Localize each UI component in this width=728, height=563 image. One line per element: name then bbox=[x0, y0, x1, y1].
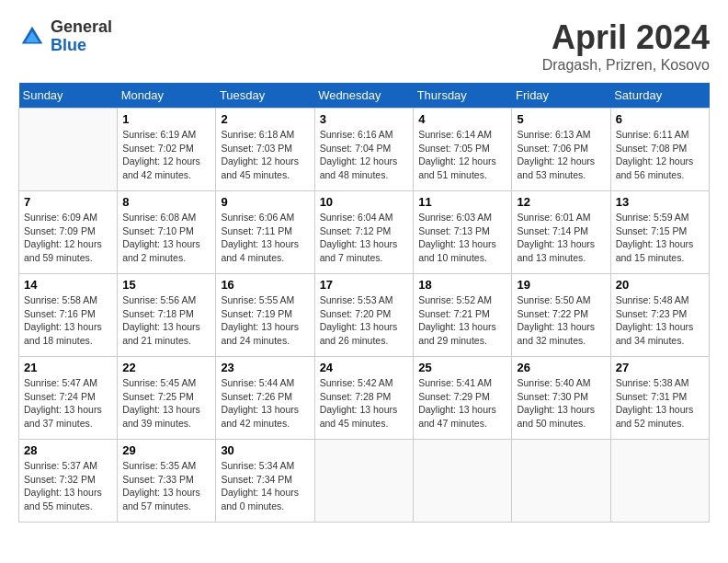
day-number: 16 bbox=[221, 278, 309, 292]
day-info: Sunrise: 5:55 AMSunset: 7:19 PMDaylight:… bbox=[221, 293, 309, 348]
day-number: 18 bbox=[418, 278, 506, 292]
day-number: 30 bbox=[221, 443, 309, 457]
day-number: 1 bbox=[122, 112, 210, 126]
day-number: 3 bbox=[320, 112, 409, 126]
day-info: Sunrise: 6:09 AMSunset: 7:09 PMDaylight:… bbox=[24, 211, 112, 265]
day-info: Sunrise: 6:19 AMSunset: 7:02 PMDaylight:… bbox=[122, 128, 210, 182]
weekday-header-saturday: Saturday bbox=[610, 83, 709, 109]
day-info: Sunrise: 5:45 AMSunset: 7:25 PMDaylight:… bbox=[122, 376, 210, 431]
day-info: Sunrise: 6:14 AMSunset: 7:05 PMDaylight:… bbox=[418, 128, 506, 182]
day-number: 8 bbox=[122, 195, 210, 209]
logo-general: General bbox=[51, 18, 112, 37]
day-info: Sunrise: 5:47 AMSunset: 7:24 PMDaylight:… bbox=[24, 376, 112, 431]
day-number: 7 bbox=[24, 195, 112, 209]
weekday-header-wednesday: Wednesday bbox=[314, 83, 414, 109]
day-cell bbox=[414, 440, 512, 523]
day-info: Sunrise: 5:44 AMSunset: 7:26 PMDaylight:… bbox=[221, 376, 309, 431]
day-cell: 10Sunrise: 6:04 AMSunset: 7:12 PMDayligh… bbox=[314, 191, 414, 274]
day-info: Sunrise: 5:35 AMSunset: 7:33 PMDaylight:… bbox=[122, 459, 210, 513]
day-cell: 5Sunrise: 6:13 AMSunset: 7:06 PMDaylight… bbox=[512, 109, 610, 191]
day-cell: 9Sunrise: 6:06 AMSunset: 7:11 PMDaylight… bbox=[216, 191, 314, 274]
day-info: Sunrise: 5:53 AMSunset: 7:20 PMDaylight:… bbox=[320, 293, 409, 348]
weekday-header-sunday: Sunday bbox=[19, 83, 118, 109]
day-cell bbox=[512, 440, 610, 523]
day-info: Sunrise: 5:38 AMSunset: 7:31 PMDaylight:… bbox=[616, 376, 704, 431]
day-cell: 29Sunrise: 5:35 AMSunset: 7:33 PMDayligh… bbox=[118, 440, 216, 523]
day-info: Sunrise: 6:11 AMSunset: 7:08 PMDaylight:… bbox=[616, 128, 704, 182]
day-info: Sunrise: 5:58 AMSunset: 7:16 PMDaylight:… bbox=[24, 293, 112, 348]
logo-icon bbox=[18, 23, 46, 51]
day-cell: 16Sunrise: 5:55 AMSunset: 7:19 PMDayligh… bbox=[216, 274, 314, 357]
day-cell: 13Sunrise: 5:59 AMSunset: 7:15 PMDayligh… bbox=[610, 191, 709, 274]
day-info: Sunrise: 5:59 AMSunset: 7:15 PMDaylight:… bbox=[616, 211, 704, 265]
weekday-header-row: SundayMondayTuesdayWednesdayThursdayFrid… bbox=[19, 83, 710, 109]
day-number: 13 bbox=[616, 195, 704, 209]
day-info: Sunrise: 6:03 AMSunset: 7:13 PMDaylight:… bbox=[418, 211, 506, 265]
day-number: 28 bbox=[24, 443, 112, 457]
day-cell: 30Sunrise: 5:34 AMSunset: 7:34 PMDayligh… bbox=[216, 440, 314, 523]
day-cell bbox=[314, 440, 414, 523]
day-cell bbox=[19, 109, 118, 191]
day-cell: 2Sunrise: 6:18 AMSunset: 7:03 PMDaylight… bbox=[216, 109, 314, 191]
day-cell: 26Sunrise: 5:40 AMSunset: 7:30 PMDayligh… bbox=[512, 357, 610, 440]
day-cell: 14Sunrise: 5:58 AMSunset: 7:16 PMDayligh… bbox=[19, 274, 118, 357]
day-number: 20 bbox=[616, 278, 704, 292]
day-info: Sunrise: 5:37 AMSunset: 7:32 PMDaylight:… bbox=[24, 459, 112, 513]
day-info: Sunrise: 5:40 AMSunset: 7:30 PMDaylight:… bbox=[517, 376, 605, 431]
day-cell: 19Sunrise: 5:50 AMSunset: 7:22 PMDayligh… bbox=[512, 274, 610, 357]
weekday-header-tuesday: Tuesday bbox=[216, 83, 314, 109]
day-number: 22 bbox=[122, 361, 210, 374]
day-cell: 21Sunrise: 5:47 AMSunset: 7:24 PMDayligh… bbox=[19, 357, 118, 440]
week-row-4: 21Sunrise: 5:47 AMSunset: 7:24 PMDayligh… bbox=[19, 357, 710, 440]
day-cell: 6Sunrise: 6:11 AMSunset: 7:08 PMDaylight… bbox=[610, 109, 709, 191]
day-number: 19 bbox=[517, 278, 605, 292]
logo-blue: Blue bbox=[51, 37, 112, 55]
location: Dragash, Prizren, Kosovo bbox=[542, 57, 710, 74]
day-number: 10 bbox=[320, 195, 409, 209]
day-cell: 25Sunrise: 5:41 AMSunset: 7:29 PMDayligh… bbox=[414, 357, 512, 440]
day-number: 24 bbox=[320, 361, 409, 374]
day-cell: 18Sunrise: 5:52 AMSunset: 7:21 PMDayligh… bbox=[414, 274, 512, 357]
day-number: 15 bbox=[122, 278, 210, 292]
day-info: Sunrise: 6:18 AMSunset: 7:03 PMDaylight:… bbox=[221, 128, 309, 182]
day-number: 17 bbox=[320, 278, 409, 292]
day-cell: 24Sunrise: 5:42 AMSunset: 7:28 PMDayligh… bbox=[314, 357, 414, 440]
day-number: 5 bbox=[517, 112, 605, 126]
day-info: Sunrise: 6:01 AMSunset: 7:14 PMDaylight:… bbox=[517, 211, 605, 265]
day-info: Sunrise: 5:41 AMSunset: 7:29 PMDaylight:… bbox=[418, 376, 506, 431]
day-info: Sunrise: 5:50 AMSunset: 7:22 PMDaylight:… bbox=[517, 293, 605, 348]
day-number: 11 bbox=[418, 195, 506, 209]
day-cell: 4Sunrise: 6:14 AMSunset: 7:05 PMDaylight… bbox=[414, 109, 512, 191]
day-number: 12 bbox=[517, 195, 605, 209]
weekday-header-friday: Friday bbox=[512, 83, 610, 109]
week-row-2: 7Sunrise: 6:09 AMSunset: 7:09 PMDaylight… bbox=[19, 191, 710, 274]
day-cell: 12Sunrise: 6:01 AMSunset: 7:14 PMDayligh… bbox=[512, 191, 610, 274]
day-number: 25 bbox=[418, 361, 506, 374]
day-number: 9 bbox=[221, 195, 309, 209]
day-cell: 1Sunrise: 6:19 AMSunset: 7:02 PMDaylight… bbox=[118, 109, 216, 191]
month-title: April 2024 bbox=[542, 18, 710, 57]
day-number: 29 bbox=[122, 443, 210, 457]
day-info: Sunrise: 5:52 AMSunset: 7:21 PMDaylight:… bbox=[418, 293, 506, 348]
weekday-header-monday: Monday bbox=[118, 83, 216, 109]
logo: General Blue bbox=[18, 18, 112, 55]
logo-text: General Blue bbox=[51, 18, 112, 55]
page-header: General Blue April 2024 Dragash, Prizren… bbox=[18, 18, 710, 74]
day-cell: 20Sunrise: 5:48 AMSunset: 7:23 PMDayligh… bbox=[610, 274, 709, 357]
title-block: April 2024 Dragash, Prizren, Kosovo bbox=[542, 18, 710, 74]
week-row-1: 1Sunrise: 6:19 AMSunset: 7:02 PMDaylight… bbox=[19, 109, 710, 191]
week-row-5: 28Sunrise: 5:37 AMSunset: 7:32 PMDayligh… bbox=[19, 440, 710, 523]
day-number: 4 bbox=[418, 112, 506, 126]
day-info: Sunrise: 6:13 AMSunset: 7:06 PMDaylight:… bbox=[517, 128, 605, 182]
day-cell bbox=[610, 440, 709, 523]
day-cell: 11Sunrise: 6:03 AMSunset: 7:13 PMDayligh… bbox=[414, 191, 512, 274]
day-number: 27 bbox=[616, 361, 704, 374]
day-number: 6 bbox=[616, 112, 704, 126]
day-cell: 8Sunrise: 6:08 AMSunset: 7:10 PMDaylight… bbox=[118, 191, 216, 274]
day-number: 23 bbox=[221, 361, 309, 374]
day-cell: 27Sunrise: 5:38 AMSunset: 7:31 PMDayligh… bbox=[610, 357, 709, 440]
calendar-table: SundayMondayTuesdayWednesdayThursdayFrid… bbox=[18, 83, 710, 523]
day-info: Sunrise: 5:48 AMSunset: 7:23 PMDaylight:… bbox=[616, 293, 704, 348]
day-info: Sunrise: 6:04 AMSunset: 7:12 PMDaylight:… bbox=[320, 211, 409, 265]
day-number: 14 bbox=[24, 278, 112, 292]
